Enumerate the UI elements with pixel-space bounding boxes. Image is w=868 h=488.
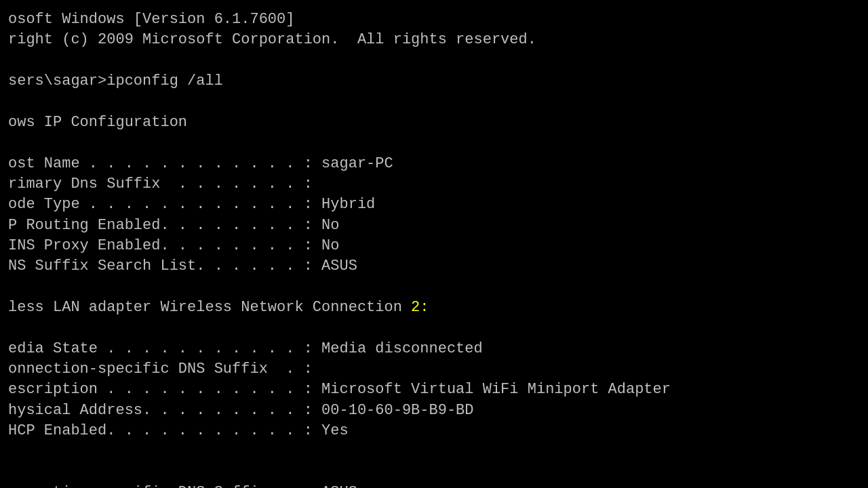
wireless-adapter-2-prefix: less LAN adapter Wireless Network Connec… — [8, 299, 402, 316]
line-11: P Routing Enabled. . . . . . . . : No — [8, 216, 860, 236]
line-15: less LAN adapter Wireless Network Connec… — [8, 298, 860, 318]
line-19: onnection-specific DNS Suffix . : — [8, 359, 860, 380]
line-3 — [8, 51, 860, 71]
line-13: NS Suffix Search List. . . . . . : ASUS — [8, 256, 860, 277]
line-20: escription . . . . . . . . . . . : Micro… — [8, 380, 860, 400]
line-4: sers\sagar>ipconfig /all — [8, 71, 860, 92]
line-2: right (c) 2009 Microsoft Corporation. Al… — [8, 30, 860, 50]
line-1: osoft Windows [Version 6.1.7600] — [8, 9, 860, 30]
line-25 — [8, 462, 860, 483]
line-27: onnection-specific DNS Suffix . : ASUS — [8, 483, 860, 488]
terminal-window: osoft Windows [Version 6.1.7600] right (… — [0, 5, 868, 488]
line-14 — [8, 277, 860, 298]
line-22: HCP Enabled. . . . . . . . . . . : Yes — [8, 421, 860, 441]
line-6: ows IP Configuration — [8, 113, 860, 133]
line-5 — [8, 92, 860, 112]
line-7 — [8, 133, 860, 153]
line-9: rimary Dns Suffix . . . . . . . : — [8, 174, 860, 195]
line-16 — [8, 318, 860, 338]
line-10: ode Type . . . . . . . . . . . . : Hybri… — [8, 195, 860, 215]
line-23 — [8, 442, 860, 462]
line-18: edia State . . . . . . . . . . . : Media… — [8, 339, 860, 359]
line-12: INS Proxy Enabled. . . . . . . . : No — [8, 236, 860, 256]
line-21: hysical Address. . . . . . . . . : 00-10… — [8, 401, 860, 421]
wireless-adapter-2-number: 2: — [402, 299, 429, 316]
line-8: ost Name . . . . . . . . . . . . : sagar… — [8, 154, 860, 174]
